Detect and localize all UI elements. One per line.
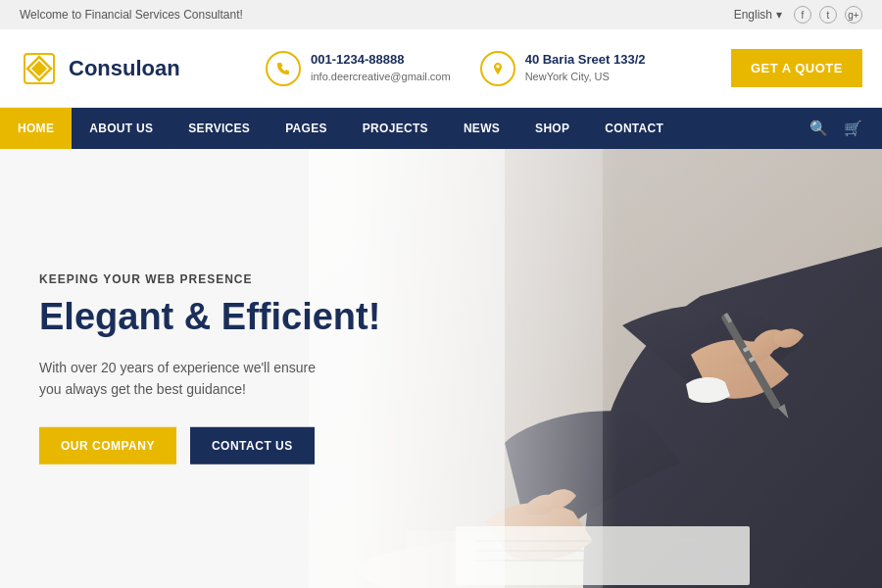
nav-item-news[interactable]: NEWS <box>446 108 517 149</box>
social-icons: f t g+ <box>794 6 862 24</box>
hero-eyebrow: KEEPING YOUR WEB PRESENCE <box>39 272 380 286</box>
welcome-text: Welcome to Financial Services Consultant… <box>20 8 243 22</box>
street-address: 40 Baria Sreet 133/2 <box>525 52 646 67</box>
phone-icon <box>266 51 301 86</box>
lang-label: English <box>734 8 772 22</box>
twitter-icon[interactable]: t <box>819 6 837 24</box>
contact-address-info: 40 Baria Sreet 133/2 NewYork City, US <box>525 52 646 84</box>
city-address: NewYork City, US <box>525 71 610 82</box>
top-bar: Welcome to Financial Services Consultant… <box>0 0 882 29</box>
our-company-button[interactable]: OUR COMPANY <box>39 427 176 465</box>
hero-section: KEEPING YOUR WEB PRESENCE Elegant & Effi… <box>0 149 882 588</box>
logo-text: Consuloan <box>69 56 180 81</box>
hero-description: With over 20 years of experience we'll e… <box>39 356 380 400</box>
nav-item-home[interactable]: HOME <box>0 108 72 149</box>
top-bar-right: English ▾ f t g+ <box>734 6 862 24</box>
nav-item-pages[interactable]: PAGES <box>268 108 345 149</box>
language-selector[interactable]: English ▾ <box>734 8 782 22</box>
location-icon <box>480 51 515 86</box>
cart-icon[interactable]: 🛒 <box>844 120 862 137</box>
hero-buttons: OUR COMPANY CONTACT US <box>39 427 380 465</box>
header: Consuloan 001-1234-88888 info.deercreati… <box>0 29 882 108</box>
search-icon[interactable]: 🔍 <box>809 120 828 137</box>
nav-item-shop[interactable]: SHOP <box>517 108 587 149</box>
hero-content: KEEPING YOUR WEB PRESENCE Elegant & Effi… <box>39 272 380 465</box>
email-address: info.deercreative@gmail.com <box>311 71 451 82</box>
lang-arrow: ▾ <box>776 8 782 22</box>
contact-phone-item: 001-1234-88888 info.deercreative@gmail.c… <box>266 51 451 86</box>
facebook-icon[interactable]: f <box>794 6 811 24</box>
nav-right-icons: 🔍 🛒 <box>809 120 882 137</box>
phone-number: 001-1234-88888 <box>311 52 451 67</box>
googleplus-icon[interactable]: g+ <box>845 6 862 24</box>
nav-item-services[interactable]: SERVICES <box>171 108 268 149</box>
nav-item-projects[interactable]: PROJECTS <box>345 108 446 149</box>
logo[interactable]: Consuloan <box>20 49 180 88</box>
nav-item-contact[interactable]: CONTACT <box>587 108 681 149</box>
contact-address-item: 40 Baria Sreet 133/2 NewYork City, US <box>480 51 646 86</box>
contact-us-button[interactable]: CONTACT US <box>190 427 315 465</box>
contact-phone-info: 001-1234-88888 info.deercreative@gmail.c… <box>311 52 451 84</box>
logo-icon <box>20 49 59 88</box>
get-quote-button[interactable]: GET A QUOTE <box>731 49 862 87</box>
header-contact: 001-1234-88888 info.deercreative@gmail.c… <box>200 51 711 86</box>
nav-items: HOME ABOUT US SERVICES PAGES PROJECTS NE… <box>0 108 809 149</box>
hero-title: Elegant & Efficient! <box>39 296 380 339</box>
nav-item-about[interactable]: ABOUT US <box>72 108 171 149</box>
navigation: HOME ABOUT US SERVICES PAGES PROJECTS NE… <box>0 108 882 149</box>
